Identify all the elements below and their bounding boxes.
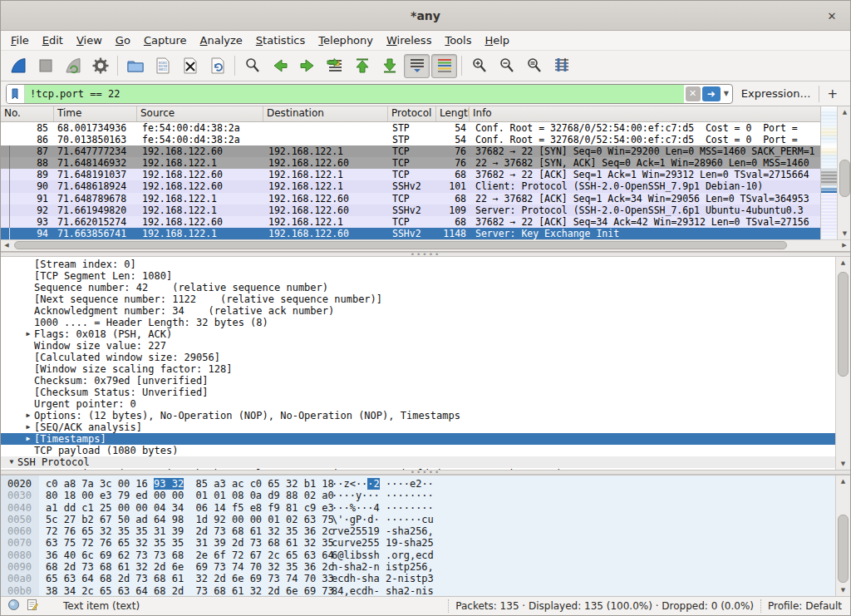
go-to-packet-button[interactable] [322, 54, 347, 78]
stop-capture-button[interactable] [32, 54, 58, 78]
menu-item-view[interactable]: View [70, 32, 109, 48]
scroll-down-icon[interactable]: ▼ [836, 458, 850, 470]
hex-row[interactable]: 006072 76 65 32 35 35 31 39 2d 73 68 61 … [1, 525, 835, 537]
filter-apply-icon[interactable]: ➜ [702, 86, 721, 101]
filter-clear-icon[interactable]: ✕ [686, 86, 701, 101]
detail-row[interactable]: Sequence number: 42 (relative sequence n… [1, 282, 835, 293]
detail-row[interactable]: Checksum: 0x79ed [unverified] [1, 375, 835, 387]
detail-row[interactable]: 1000 .... = Header Length: 32 bytes (8) [1, 317, 835, 328]
hex-row[interactable]: 008036 40 6c 69 62 73 73 68 2e 6f 72 67 … [1, 549, 835, 561]
hex-row[interactable]: 007063 75 72 76 65 32 35 35 31 39 2d 73 … [1, 537, 835, 549]
hscroll-thumb[interactable] [14, 241, 787, 249]
menu-item-telephony[interactable]: Telephony [312, 32, 380, 48]
collapsed-expander-icon[interactable]: ▶ [22, 410, 34, 421]
column-header-no[interactable]: No. [1, 106, 54, 121]
menu-item-edit[interactable]: Edit [36, 32, 70, 48]
go-last-button[interactable] [376, 54, 402, 78]
start-capture-button[interactable] [5, 54, 31, 78]
bytes-vscrollbar[interactable]: ▲ ▼ [835, 476, 850, 596]
packet-row[interactable]: 8670.013850163fe:54:00:d4:38:2aSTP54Conf… [1, 134, 820, 145]
packet-row[interactable]: 9071.648618924192.168.122.60192.168.122.… [1, 180, 820, 192]
detail-row[interactable]: [TCP Segment Len: 1080] [1, 270, 835, 282]
detail-row[interactable]: Window size value: 227 [1, 340, 835, 352]
reload-file-button[interactable] [204, 54, 230, 78]
filter-bookmark-icon[interactable] [7, 85, 25, 103]
packet-row[interactable]: 9271.661949820192.168.122.1192.168.122.6… [1, 205, 820, 216]
status-profile[interactable]: Profile: Default [768, 600, 850, 612]
display-filter-input[interactable] [25, 85, 684, 103]
scroll-up-icon[interactable]: ▲ [838, 106, 850, 118]
packet-row[interactable]: 8568.001734936fe:54:00:d4:38:2aSTP54Conf… [1, 122, 820, 134]
packet-row[interactable]: 8871.648146932192.168.122.1192.168.122.6… [1, 157, 820, 169]
capture-comment-icon[interactable] [27, 599, 38, 614]
packet-row[interactable]: 9171.648789678192.168.122.1192.168.122.6… [1, 193, 820, 205]
restart-capture-button[interactable] [60, 54, 86, 78]
detail-row[interactable]: ▶Options: (12 bytes), No-Operation (NOP)… [1, 410, 835, 421]
scroll-up-icon[interactable]: ▲ [836, 257, 850, 269]
column-header-info[interactable]: Info [470, 106, 820, 121]
scroll-down-icon[interactable]: ▼ [838, 228, 850, 239]
menu-item-capture[interactable]: Capture [137, 32, 194, 48]
capture-options-button[interactable] [87, 54, 113, 78]
expanded-expander-icon[interactable]: ▼ [6, 456, 17, 468]
save-file-button[interactable]: 010101100011 [150, 54, 175, 78]
detail-row[interactable]: [Checksum Status: Unverified] [1, 387, 835, 398]
close-window-button[interactable]: ✕ [824, 7, 840, 24]
scroll-thumb[interactable] [839, 160, 850, 197]
go-forward-button[interactable] [294, 54, 320, 78]
detail-row[interactable]: [Calculated window size: 29056] [1, 352, 835, 363]
auto-scroll-button[interactable] [404, 54, 430, 78]
scroll-left-icon[interactable]: ◀ [1, 239, 12, 251]
hex-row[interactable]: 00505c 27 b2 67 50 ad 64 98 1d 92 00 00 … [1, 514, 835, 525]
zoom-in-button[interactable] [466, 54, 492, 78]
go-first-button[interactable] [349, 54, 375, 78]
detail-row[interactable]: ▶Flags: 0x018 (PSH, ACK) [1, 328, 835, 340]
menu-item-tools[interactable]: Tools [438, 32, 478, 48]
menu-item-statistics[interactable]: Statistics [249, 32, 312, 48]
scroll-thumb[interactable] [838, 272, 849, 376]
scroll-up-icon[interactable]: ▲ [836, 476, 850, 487]
packet-row[interactable]: 9471.663856741192.168.122.1192.168.122.6… [1, 228, 820, 239]
collapsed-expander-icon[interactable]: ▶ [22, 421, 34, 433]
find-packet-button[interactable] [239, 54, 265, 78]
add-filter-button[interactable]: + [819, 86, 845, 101]
scroll-down-icon[interactable]: ▼ [836, 584, 850, 596]
detail-row[interactable]: Urgent pointer: 0 [1, 398, 835, 410]
menu-item-wireless[interactable]: Wireless [380, 32, 438, 48]
detail-row[interactable]: [Next sequence number: 1122 (relative se… [1, 293, 835, 305]
colorize-button[interactable] [431, 54, 457, 78]
expert-info-icon[interactable] [7, 599, 20, 614]
packet-list-vscrollbar[interactable]: ▲ ▼ [837, 106, 850, 239]
collapsed-expander-icon[interactable]: ▶ [22, 433, 34, 445]
go-back-button[interactable] [267, 54, 293, 78]
menu-item-help[interactable]: Help [478, 32, 516, 48]
collapsed-expander-icon[interactable]: ▶ [22, 328, 34, 340]
detail-row[interactable]: TCP payload (1080 bytes) [1, 445, 835, 456]
packet-row[interactable]: 8971.648191037192.168.122.60192.168.122.… [1, 169, 820, 180]
zoom-out-button[interactable] [494, 54, 519, 78]
menu-item-analyze[interactable]: Analyze [194, 32, 249, 48]
column-header-source[interactable]: Source [137, 106, 263, 121]
detail-row[interactable]: ▶[Timestamps] [1, 433, 835, 445]
menu-item-file[interactable]: File [4, 32, 36, 48]
column-header-time[interactable]: Time [54, 106, 137, 121]
hex-row[interactable]: 00a065 63 64 68 2d 73 68 61 32 2d 6e 69 … [1, 573, 835, 584]
zoom-original-button[interactable] [521, 54, 547, 78]
detail-row[interactable]: Acknowledgment number: 34 (relative ack … [1, 305, 835, 317]
details-vscrollbar[interactable]: ▲ ▼ [835, 257, 850, 470]
scroll-thumb[interactable] [838, 515, 849, 583]
hex-row[interactable]: 0040a1 dd c1 25 00 00 04 34 06 14 f5 e8 … [1, 502, 835, 514]
packet-list-hscrollbar[interactable]: ◀ ▶ [1, 239, 850, 251]
packet-row[interactable]: 9371.662015274192.168.122.60192.168.122.… [1, 216, 820, 228]
open-file-button[interactable] [122, 54, 148, 78]
detail-row[interactable]: [Window size scaling factor: 128] [1, 363, 835, 375]
hex-row[interactable]: 00b038 34 2c 65 63 64 68 2d 73 68 61 32 … [1, 585, 835, 596]
column-header-protocol[interactable]: Protocol [388, 106, 436, 121]
resize-columns-button[interactable] [548, 54, 574, 78]
column-header-length[interactable]: Length [436, 106, 470, 121]
detail-row[interactable]: ▶[SEQ/ACK analysis] [1, 421, 835, 433]
expression-button[interactable]: Expression… [733, 87, 819, 100]
hex-row[interactable]: 0020c0 a8 7a 3c 00 16 93 32 85 a3 ac c0 … [1, 478, 835, 490]
menu-item-go[interactable]: Go [109, 32, 137, 48]
close-file-button[interactable] [177, 54, 203, 78]
